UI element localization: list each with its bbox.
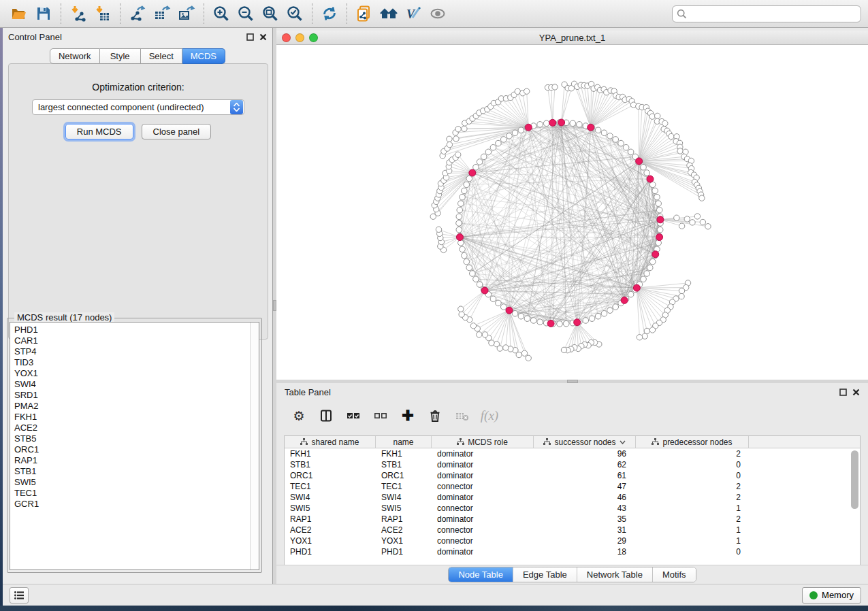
export-table-icon[interactable] [150,3,174,24]
tab-edge-table[interactable]: Edge Table [513,567,577,582]
export-image-icon[interactable] [174,3,199,24]
table-row[interactable]: PHD1PHD1dominator180 [285,546,860,557]
table-row[interactable]: FKH1FKH1dominator962 [285,448,860,459]
list-scrollbar-track[interactable] [250,323,259,569]
mcds-node[interactable] [547,320,554,327]
window-minimize-icon[interactable] [295,33,304,42]
table-cell: 35 [534,514,636,524]
mcds-result-item[interactable]: SWI5 [14,477,246,488]
table-row[interactable]: SWI5SWI5connector431 [285,503,860,514]
select-all-columns-icon[interactable] [343,406,364,426]
table-scrollbar-thumb[interactable] [851,450,858,509]
close-panel-icon[interactable] [259,33,267,41]
run-mcds-button[interactable]: Run MCDS [65,124,133,139]
table-row[interactable]: ACE2ACE2connector311 [285,525,860,535]
mcds-result-item[interactable]: PHD1 [14,325,246,335]
mcds-node[interactable] [558,119,565,126]
float-panel-icon[interactable] [246,33,254,41]
mcds-node[interactable] [636,158,643,165]
column-header-predecessor-nodes[interactable]: predecessor nodes [636,436,749,448]
eye-icon[interactable] [425,3,450,24]
table-row[interactable]: SWI4SWI4dominator462 [285,492,860,503]
vizmapper-icon[interactable]: V [401,3,425,24]
export-network-icon[interactable] [125,3,150,24]
sort-descending-icon [620,440,626,444]
mcds-result-item[interactable]: GCR1 [14,499,246,510]
mcds-result-item[interactable]: YOX1 [14,368,246,379]
tab-network-table[interactable]: Network Table [577,567,652,582]
mcds-result-item[interactable]: ORC1 [14,444,246,455]
deselect-all-columns-icon[interactable] [370,406,391,426]
zoom-fit-icon[interactable] [258,3,283,24]
table-row[interactable]: ORC1ORC1dominator610 [285,470,860,481]
delete-column-icon[interactable] [425,406,445,426]
tab-select[interactable]: Select [141,48,182,64]
network-view[interactable] [276,45,868,380]
task-history-icon[interactable] [10,587,29,604]
show-columns-icon[interactable] [316,406,336,426]
refresh-layout-icon[interactable] [317,3,342,24]
mcds-result-item[interactable]: STB1 [14,466,246,477]
mcds-node[interactable] [657,216,664,223]
mcds-node[interactable] [481,287,488,294]
table-row[interactable]: RAP1RAP1dominator352 [285,514,860,525]
tab-style[interactable]: Style [100,48,141,64]
mcds-node[interactable] [621,297,628,303]
mcds-result-list[interactable]: PHD1CAR1STP4TID3YOX1SWI4SRD1PMA2FKH1ACE2… [10,322,259,570]
home-networks-icon[interactable] [376,3,401,24]
tab-network[interactable]: Network [50,48,100,64]
import-table-icon[interactable] [91,3,115,24]
mcds-result-item[interactable]: CAR1 [14,335,246,346]
create-column-icon[interactable]: ✚ [398,406,418,426]
mcds-result-item[interactable]: TEC1 [14,488,246,499]
open-file-icon[interactable] [7,3,31,24]
mcds-node[interactable] [506,307,513,314]
memory-button[interactable]: Memory [802,587,861,604]
mcds-result-item[interactable]: SRD1 [14,390,246,401]
mcds-node[interactable] [656,234,663,241]
table-row[interactable]: TEC1TEC1connector472 [285,481,860,492]
search-input[interactable] [690,9,856,19]
mcds-result-item[interactable]: PMA2 [14,401,246,412]
mcds-node[interactable] [574,319,581,326]
table-row[interactable]: STB1STB1dominator620 [285,459,860,470]
close-panel-button[interactable]: Close panel [142,124,212,139]
table-cell: FKH1 [285,449,376,459]
table-body[interactable]: FKH1FKH1dominator962STB1STB1dominator620… [285,448,860,557]
import-network-icon[interactable] [66,3,91,24]
column-header-shared-name[interactable]: shared name [285,436,376,448]
column-header-mcds-role[interactable]: MCDS role [432,436,534,448]
window-close-icon[interactable] [282,33,291,42]
mcds-node[interactable] [525,124,532,131]
optimization-criterion-select[interactable]: largest connected component (undirected) [32,99,244,115]
table-settings-icon[interactable]: ⚙ [289,406,309,426]
tab-node-table[interactable]: Node Table [449,567,513,582]
mcds-result-item[interactable]: SWI4 [14,379,246,390]
save-icon[interactable] [31,3,56,24]
mcds-node[interactable] [647,176,654,182]
column-header-successor-nodes[interactable]: successor nodes [534,436,636,448]
float-panel-icon[interactable] [839,389,847,396]
close-panel-icon[interactable] [852,389,860,396]
document-share-icon[interactable] [352,3,376,24]
mcds-node[interactable] [456,234,463,241]
mcds-result-item[interactable]: RAP1 [14,455,246,466]
zoom-in-icon[interactable] [209,3,234,24]
zoom-out-icon[interactable] [234,3,258,24]
mcds-node[interactable] [469,169,476,176]
mcds-node[interactable] [588,124,594,131]
mcds-node[interactable] [549,119,556,126]
window-maximize-icon[interactable] [309,33,318,42]
tab-mcds[interactable]: MCDS [182,48,225,64]
mcds-node[interactable] [652,251,659,258]
mcds-result-item[interactable]: STB5 [14,433,246,444]
column-header-name[interactable]: name [376,436,432,448]
mcds-result-item[interactable]: TID3 [14,357,246,368]
zoom-selected-icon[interactable] [283,3,307,24]
tab-motifs[interactable]: Motifs [652,567,696,582]
mcds-result-item[interactable]: ACE2 [14,423,246,433]
table-row[interactable]: YOX1YOX1connector291 [285,535,860,546]
mcds-result-item[interactable]: STP4 [14,346,246,357]
mcds-result-item[interactable]: FKH1 [14,412,246,423]
mcds-node[interactable] [633,284,640,291]
